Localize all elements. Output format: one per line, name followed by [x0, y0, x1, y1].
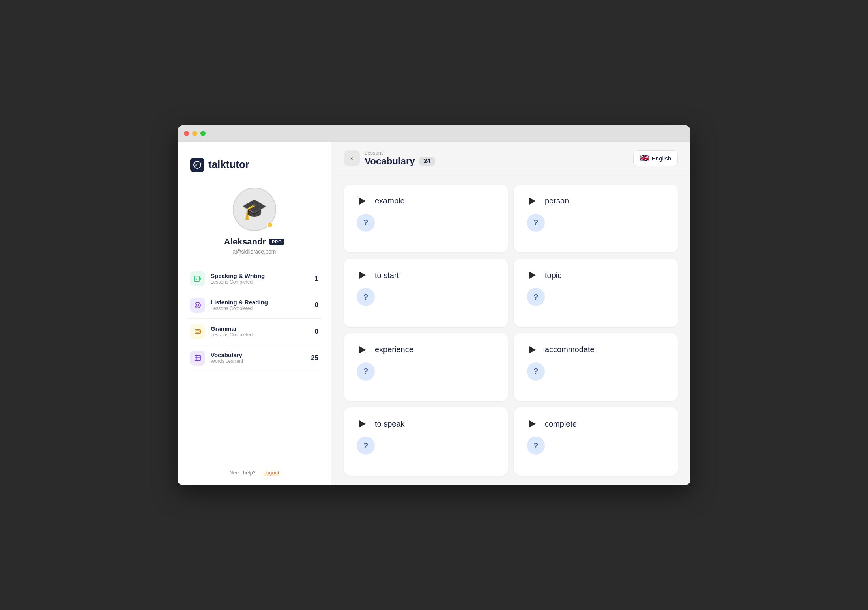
breadcrumb-parent: Lessons — [365, 150, 435, 156]
question-bubble-person[interactable]: ? — [527, 214, 545, 232]
stat-item-vocabulary[interactable]: Vocabulary Words Learned 25 — [187, 345, 322, 371]
vocab-word-experience: experience — [375, 345, 413, 354]
app-window: ai talktutor 🎓 Aleksandr PRO a@skillsrac — [178, 125, 690, 485]
titlebar — [178, 125, 690, 142]
play-button-to_speak[interactable] — [355, 417, 369, 431]
play-button-person[interactable] — [525, 194, 539, 208]
vocab-card-top: person — [525, 194, 667, 208]
breadcrumb: Lessons Vocabulary 24 — [365, 150, 435, 167]
vocab-card-topic: topic ? — [514, 259, 678, 327]
svg-rect-9 — [195, 355, 200, 361]
logout-link[interactable]: Logout — [264, 470, 279, 476]
question-bubble-example[interactable]: ? — [357, 214, 375, 232]
page-title: Vocabulary 24 — [365, 156, 435, 167]
breadcrumb-nav: ‹ Lessons Vocabulary 24 — [344, 150, 435, 167]
vocab-word-to_start: to start — [375, 271, 399, 280]
stat-item-speaking[interactable]: Speaking & Writing Lessons Completed 1 — [187, 266, 322, 292]
stat-title-grammar: Grammar — [211, 325, 309, 332]
minimize-dot[interactable] — [192, 131, 197, 136]
vocab-word-complete: complete — [545, 420, 577, 429]
pro-badge: PRO — [269, 239, 284, 245]
vocab-card-top: experience — [355, 343, 497, 357]
stat-icon-grammar — [190, 324, 205, 339]
stat-subtitle-vocabulary: Words Learned — [211, 358, 305, 364]
language-label: English — [652, 155, 671, 162]
play-icon-complete — [529, 420, 536, 428]
play-icon-to_speak — [359, 420, 366, 428]
flag-icon: 🇬🇧 — [640, 154, 649, 162]
svg-rect-8 — [196, 331, 199, 332]
play-icon-topic — [529, 271, 536, 279]
svg-text:ai: ai — [195, 163, 199, 167]
close-dot[interactable] — [184, 131, 189, 136]
app-layout: ai talktutor 🎓 Aleksandr PRO a@skillsrac — [178, 142, 690, 485]
main-header: ‹ Lessons Vocabulary 24 🇬🇧 English — [331, 142, 690, 175]
back-button[interactable]: ‹ — [344, 150, 360, 166]
play-button-experience[interactable] — [355, 343, 369, 357]
play-button-accommodate[interactable] — [525, 343, 539, 357]
main-content: ‹ Lessons Vocabulary 24 🇬🇧 English — [331, 142, 690, 485]
stat-title-vocabulary: Vocabulary — [211, 352, 305, 358]
stat-icon-listening — [190, 298, 205, 313]
svg-rect-7 — [195, 330, 200, 334]
play-button-complete[interactable] — [525, 417, 539, 431]
avatar-wrap: 🎓 — [233, 188, 276, 231]
help-link[interactable]: Need help? — [229, 470, 256, 476]
vocab-card-experience: experience ? — [344, 333, 508, 401]
sidebar: ai talktutor 🎓 Aleksandr PRO a@skillsrac — [178, 142, 331, 485]
stat-info-vocabulary: Vocabulary Words Learned — [211, 352, 305, 364]
user-email: a@skillsrace.com — [233, 248, 276, 255]
question-bubble-experience[interactable]: ? — [357, 362, 375, 381]
user-name-text: Aleksandr — [224, 237, 266, 247]
stat-count-speaking: 1 — [315, 275, 318, 283]
play-icon-accommodate — [529, 346, 536, 354]
svg-point-5 — [195, 302, 200, 308]
user-name-row: Aleksandr PRO — [224, 237, 285, 247]
vocab-card-accommodate: accommodate ? — [514, 333, 678, 401]
back-chevron-icon: ‹ — [351, 155, 353, 162]
vocab-word-example: example — [375, 196, 405, 205]
vocab-card-top: complete — [525, 417, 667, 431]
vocab-card-complete: complete ? — [514, 407, 678, 476]
stat-title-listening: Listening & Reading — [211, 299, 309, 306]
vocab-card-top: example — [355, 194, 497, 208]
question-bubble-accommodate[interactable]: ? — [527, 362, 545, 381]
stat-item-grammar[interactable]: Grammar Lessons Completed 0 — [187, 319, 322, 345]
play-icon-to_start — [359, 271, 366, 279]
logo-text: talktutor — [208, 159, 249, 171]
question-bubble-topic[interactable]: ? — [527, 288, 545, 306]
vocab-word-to_speak: to speak — [375, 420, 405, 429]
stat-subtitle-listening: Lessons Completed — [211, 306, 309, 311]
play-button-example[interactable] — [355, 194, 369, 208]
vocab-card-example: example ? — [344, 185, 508, 253]
play-icon-experience — [359, 346, 366, 354]
vocab-card-top: topic — [525, 268, 667, 282]
vocab-card-to_start: to start ? — [344, 259, 508, 327]
avatar-emoji: 🎓 — [241, 197, 267, 221]
stat-title-speaking: Speaking & Writing — [211, 272, 309, 279]
play-button-topic[interactable] — [525, 268, 539, 282]
play-icon-example — [359, 197, 366, 205]
vocab-word-topic: topic — [545, 271, 561, 280]
question-bubble-to_speak[interactable]: ? — [357, 437, 375, 455]
vocab-word-accommodate: accommodate — [545, 345, 595, 354]
vocab-card-top: to start — [355, 268, 497, 282]
play-button-to_start[interactable] — [355, 268, 369, 282]
question-bubble-to_start[interactable]: ? — [357, 288, 375, 306]
maximize-dot[interactable] — [200, 131, 206, 136]
language-button[interactable]: 🇬🇧 English — [633, 150, 678, 166]
svg-rect-2 — [195, 276, 199, 282]
page-title-text: Vocabulary — [365, 156, 415, 167]
stat-count-grammar: 0 — [315, 328, 318, 336]
vocab-card-top: to speak — [355, 417, 497, 431]
stat-info-speaking: Speaking & Writing Lessons Completed — [211, 272, 309, 285]
vocab-card-person: person ? — [514, 185, 678, 253]
stat-subtitle-speaking: Lessons Completed — [211, 279, 309, 285]
stats-list: Speaking & Writing Lessons Completed 1 L… — [178, 266, 331, 462]
stat-count-vocabulary: 25 — [311, 354, 318, 362]
stat-count-listening: 0 — [315, 301, 318, 309]
question-bubble-complete[interactable]: ? — [527, 437, 545, 455]
avatar-status-dot — [267, 222, 273, 228]
stat-item-listening[interactable]: Listening & Reading Lessons Completed 0 — [187, 292, 322, 319]
svg-point-6 — [196, 304, 199, 306]
